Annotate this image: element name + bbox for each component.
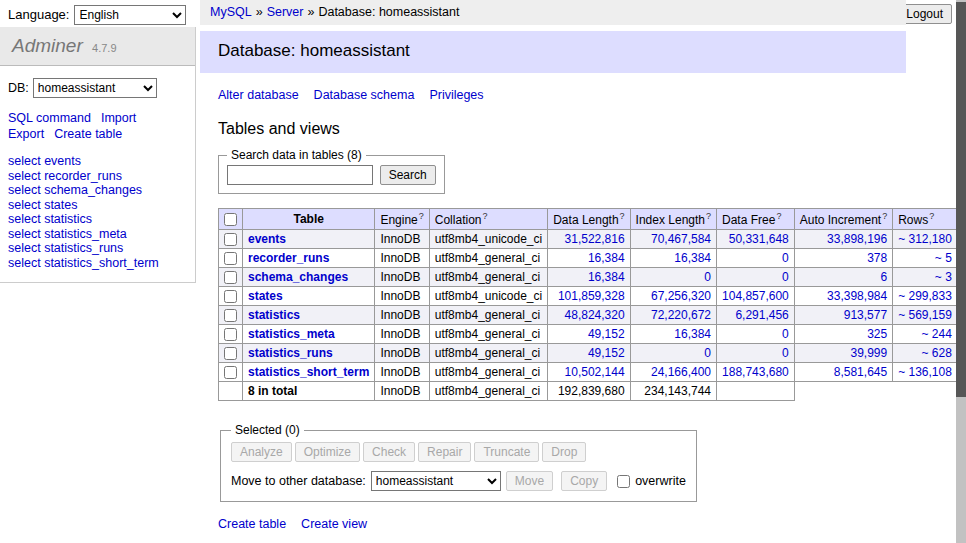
row-checkbox-statistics[interactable] (224, 309, 237, 322)
table-name-link-statistics-runs[interactable]: statistics_runs (248, 346, 333, 360)
column-header-auto-increment[interactable]: Auto Increment? (794, 209, 892, 230)
auto-increment-value[interactable]: 913,577 (844, 308, 887, 322)
data-length-value[interactable]: 16,384 (588, 270, 625, 284)
data-length-value[interactable]: 31,522,816 (565, 232, 625, 246)
index-length-value[interactable]: 16,384 (674, 327, 711, 341)
data-length-value[interactable]: 49,152 (588, 346, 625, 360)
help-link[interactable]: ? (419, 211, 424, 221)
auto-increment-value[interactable]: 33,398,984 (827, 289, 887, 303)
nav-link-privileges[interactable]: Privileges (429, 88, 483, 102)
sidebar-select-recorder-runs[interactable]: select recorder_runs (8, 169, 187, 184)
table-name-link-statistics-meta[interactable]: statistics_meta (248, 327, 335, 341)
column-header-table[interactable]: Table (243, 209, 375, 230)
help-link[interactable]: ? (882, 211, 887, 221)
truncate-button[interactable]: Truncate (474, 442, 539, 462)
analyze-button[interactable]: Analyze (231, 442, 292, 462)
index-length-value[interactable]: 70,467,584 (651, 232, 711, 246)
rows-value[interactable]: ~ 299,833 (898, 289, 952, 303)
check-button[interactable]: Check (363, 442, 415, 462)
create-link-create-table[interactable]: Create table (218, 517, 286, 531)
overwrite-checkbox[interactable] (617, 475, 630, 488)
optimize-button[interactable]: Optimize (295, 442, 360, 462)
index-length-value[interactable]: 24,166,400 (651, 365, 711, 379)
sidebar-select-statistics-meta[interactable]: select statistics_meta (8, 227, 187, 242)
nav-link-database-schema[interactable]: Database schema (314, 88, 415, 102)
create-link-create-view[interactable]: Create view (301, 517, 367, 531)
data-free-value[interactable]: 188,743,680 (722, 365, 789, 379)
row-checkbox-states[interactable] (224, 290, 237, 303)
column-header-data-free[interactable]: Data Free? (717, 209, 795, 230)
row-checkbox-statistics-short-term[interactable] (224, 366, 237, 379)
move-db-select[interactable]: homeassistant (371, 471, 501, 491)
auto-increment-value[interactable]: 8,581,645 (834, 365, 887, 379)
sidebar-select-statistics-short-term[interactable]: select statistics_short_term (8, 256, 187, 271)
table-name-link-events[interactable]: events (248, 232, 286, 246)
table-name-link-statistics-short-term[interactable]: statistics_short_term (248, 365, 369, 379)
sidebar-select-schema-changes[interactable]: select schema_changes (8, 183, 187, 198)
help-link[interactable]: ? (482, 211, 487, 221)
row-checkbox-statistics-meta[interactable] (224, 328, 237, 341)
rows-value[interactable]: ~ 569,159 (898, 308, 952, 322)
rows-value[interactable]: ~ 5 (935, 251, 952, 265)
sidebar-select-statistics[interactable]: select statistics (8, 212, 187, 227)
rows-value[interactable]: ~ 3 (935, 270, 952, 284)
auto-increment-value[interactable]: 6 (880, 270, 887, 284)
data-length-value[interactable]: 49,152 (588, 327, 625, 341)
index-length-value[interactable]: 16,384 (674, 251, 711, 265)
repair-button[interactable]: Repair (418, 442, 471, 462)
data-free-value[interactable]: 0 (782, 251, 789, 265)
overwrite-option[interactable]: overwrite (615, 474, 686, 488)
help-link[interactable]: ? (706, 211, 711, 221)
column-header-engine[interactable]: Engine? (375, 209, 429, 230)
data-free-value[interactable]: 0 (782, 327, 789, 341)
row-checkbox-statistics-runs[interactable] (224, 347, 237, 360)
nav-link-alter-database[interactable]: Alter database (218, 88, 299, 102)
search-input[interactable] (227, 165, 373, 185)
index-length-value[interactable]: 0 (704, 346, 711, 360)
rows-value[interactable]: ~ 136,108 (898, 365, 952, 379)
sidebar-select-events[interactable]: select events (8, 154, 187, 169)
index-length-value[interactable]: 67,256,320 (651, 289, 711, 303)
column-header-data-length[interactable]: Data Length? (548, 209, 630, 230)
column-header-collation[interactable]: Collation? (429, 209, 547, 230)
rows-value[interactable]: ~ 628 (922, 346, 952, 360)
auto-increment-value[interactable]: 378 (867, 251, 887, 265)
rows-value[interactable]: ~ 312,180 (898, 232, 952, 246)
select-all-checkbox[interactable] (224, 213, 237, 226)
db-select[interactable]: homeassistant (33, 78, 157, 98)
column-header-index-length[interactable]: Index Length? (630, 209, 716, 230)
sidebar-action-export[interactable]: Export (8, 127, 44, 141)
sidebar-select-states[interactable]: select states (8, 198, 187, 213)
data-length-value[interactable]: 16,384 (588, 251, 625, 265)
data-free-value[interactable]: 6,291,456 (735, 308, 788, 322)
table-name-link-recorder-runs[interactable]: recorder_runs (248, 251, 329, 265)
help-link[interactable]: ? (776, 211, 781, 221)
sidebar-action-create-table[interactable]: Create table (54, 127, 122, 141)
app-name[interactable]: Adminer (12, 35, 83, 56)
sidebar-action-import[interactable]: Import (101, 111, 136, 125)
language-select[interactable]: English (74, 5, 186, 25)
data-free-value[interactable]: 50,331,648 (729, 232, 789, 246)
rows-value[interactable]: ~ 244 (922, 327, 952, 341)
data-free-value[interactable]: 0 (782, 346, 789, 360)
table-name-link-schema-changes[interactable]: schema_changes (248, 270, 348, 284)
scrollbar[interactable] (956, 0, 966, 543)
row-checkbox-events[interactable] (224, 233, 237, 246)
row-checkbox-recorder-runs[interactable] (224, 252, 237, 265)
help-link[interactable]: ? (929, 211, 934, 221)
breadcrumb-link-mysql[interactable]: MySQL (210, 5, 252, 19)
data-length-value[interactable]: 48,824,320 (565, 308, 625, 322)
data-free-value[interactable]: 104,857,600 (722, 289, 789, 303)
move-button[interactable]: Move (506, 471, 553, 491)
data-free-value[interactable]: 0 (782, 270, 789, 284)
sidebar-action-sql-command[interactable]: SQL command (8, 111, 91, 125)
search-button[interactable]: Search (380, 165, 436, 185)
index-length-value[interactable]: 72,220,672 (651, 308, 711, 322)
help-link[interactable]: ? (620, 211, 625, 221)
table-name-link-states[interactable]: states (248, 289, 283, 303)
table-name-link-statistics[interactable]: statistics (248, 308, 300, 322)
column-header-rows[interactable]: Rows? (893, 209, 958, 230)
row-checkbox-schema-changes[interactable] (224, 271, 237, 284)
sidebar-select-statistics-runs[interactable]: select statistics_runs (8, 241, 187, 256)
breadcrumb-link-server[interactable]: Server (267, 5, 304, 19)
